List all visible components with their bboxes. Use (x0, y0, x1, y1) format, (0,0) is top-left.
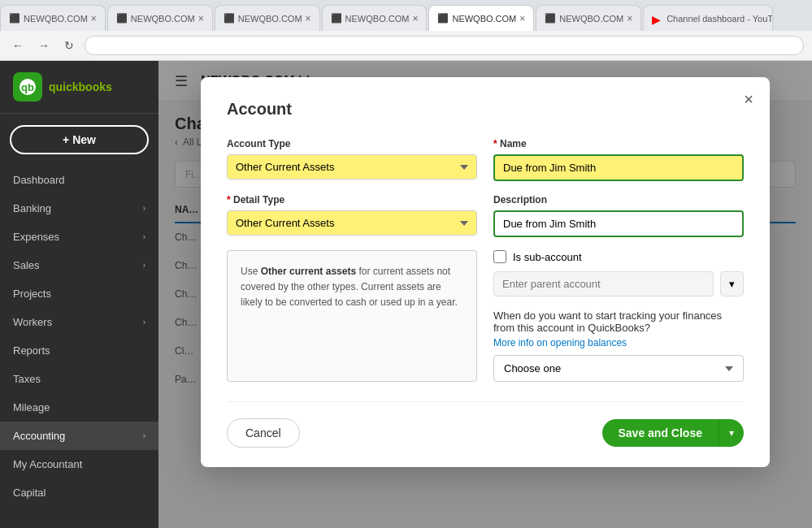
reload-button[interactable]: ↻ (60, 37, 78, 54)
new-button[interactable]: + New (10, 125, 149, 154)
browser-tab-2[interactable]: ⬛ NEWQBO.COM × (107, 5, 213, 31)
address-bar: ← → ↻ c31.qbo.intuit.com/app/chartofacco… (0, 31, 812, 61)
tracking-select[interactable]: Choose one (493, 355, 744, 382)
browser-tab-6[interactable]: ⬛ NEWQBO.COM × (536, 5, 641, 31)
detail-type-group: * Detail Type Other Current Assets (227, 194, 477, 237)
modal-footer: Cancel Save and Close ▾ (227, 401, 744, 448)
sidebar-item-reports[interactable]: Reports (0, 336, 158, 365)
tab-close-icon[interactable]: × (91, 13, 97, 24)
save-dropdown-arrow-button[interactable]: ▾ (719, 419, 744, 447)
sidebar: qb quickbooks + New Dashboard Banking › … (0, 61, 158, 528)
subaccount-checkbox[interactable] (493, 250, 506, 263)
account-type-group: Account Type Other Current Assets (227, 138, 477, 181)
sidebar-item-taxes[interactable]: Taxes (0, 365, 158, 393)
info-text-bold: Other current assets (261, 266, 356, 277)
save-button-group: Save and Close ▾ (602, 419, 745, 447)
description-group: Description (493, 194, 744, 237)
tab-close-icon[interactable]: × (627, 13, 632, 24)
tab-label: NEWQBO.COM (24, 14, 88, 24)
qb-favicon-icon: ⬛ (331, 13, 342, 24)
form-row-1: Account Type Other Current Assets * Name (227, 138, 744, 181)
account-type-info-box: Use Other current assets for current ass… (227, 250, 477, 382)
sidebar-item-label: My Accountant (13, 458, 82, 470)
chevron-right-icon: › (143, 318, 145, 327)
qb-favicon-icon: ⬛ (116, 13, 128, 24)
back-button[interactable]: ← (8, 37, 28, 54)
svg-text:qb: qb (21, 81, 34, 93)
forward-button[interactable]: → (34, 37, 54, 54)
detail-type-select[interactable]: Other Current Assets (227, 210, 477, 236)
account-modal: Account × Account Type Other Current Ass… (201, 77, 770, 467)
tab-bar: ⬛ NEWQBO.COM × ⬛ NEWQBO.COM × ⬛ NEWQBO.C… (0, 0, 812, 31)
browser-tab-5[interactable]: ⬛ NEWQBO.COM × (428, 5, 534, 31)
detail-type-label: * Detail Type (227, 194, 477, 206)
chevron-right-icon: › (143, 232, 145, 241)
modal-close-button[interactable]: × (744, 90, 753, 109)
quickbooks-logo-icon: qb (13, 72, 42, 102)
tab-label: NEWQBO.COM (131, 14, 195, 24)
sidebar-item-label: Capital (13, 487, 46, 499)
browser-tab-7[interactable]: ▶ Channel dashboard - YouT… × (643, 5, 773, 31)
sidebar-item-accounting[interactable]: Accounting › (0, 422, 158, 450)
modal-title: Account (227, 100, 744, 119)
chevron-right-icon: › (143, 204, 145, 213)
browser-tab-1[interactable]: ⬛ NEWQBO.COM × (0, 5, 106, 31)
sidebar-item-label: Reports (13, 344, 50, 357)
sidebar-item-workers[interactable]: Workers › (0, 308, 158, 336)
tab-label: NEWQBO.COM (345, 14, 410, 24)
tab-close-icon[interactable]: × (198, 13, 204, 24)
app-logo-text: quickbooks (49, 80, 112, 93)
description-input[interactable] (493, 210, 744, 237)
sidebar-item-capital[interactable]: Capital (0, 478, 158, 507)
browser-tab-3[interactable]: ⬛ NEWQBO.COM × (215, 5, 320, 31)
parent-account-dropdown-button[interactable]: ▾ (720, 271, 744, 296)
sidebar-item-banking[interactable]: Banking › (0, 194, 158, 223)
form-row-2: * Detail Type Other Current Assets Descr… (227, 194, 744, 237)
chevron-right-icon: › (143, 431, 145, 440)
tab-close-icon[interactable]: × (306, 13, 311, 24)
parent-account-input[interactable] (493, 271, 714, 296)
modal-overlay: Account × Account Type Other Current Ass… (158, 61, 812, 528)
sidebar-item-expenses[interactable]: Expenses › (0, 223, 158, 251)
sidebar-item-label: Banking (13, 202, 51, 214)
subaccount-row: Is sub-account (493, 250, 744, 263)
sidebar-item-label: Dashboard (13, 174, 65, 186)
sidebar-item-label: Mileage (13, 401, 50, 413)
sidebar-item-label: Sales (13, 259, 40, 271)
sidebar-item-sales[interactable]: Sales › (0, 251, 158, 279)
address-input[interactable]: c31.qbo.intuit.com/app/chartofaccounts (85, 36, 804, 55)
qb-favicon-icon: ⬛ (545, 13, 556, 24)
parent-account-row: ▾ (493, 271, 744, 296)
account-type-select[interactable]: Other Current Assets (227, 154, 477, 180)
required-asterisk: * (493, 138, 500, 149)
qb-favicon-icon: ⬛ (224, 13, 235, 24)
qb-favicon-icon: ⬛ (437, 13, 449, 24)
sidebar-item-label: Accounting (13, 430, 65, 442)
name-input[interactable] (493, 154, 744, 181)
sidebar-item-projects[interactable]: Projects (0, 279, 158, 308)
info-text-plain: Use (241, 266, 261, 277)
sidebar-logo: qb quickbooks (0, 61, 158, 114)
sidebar-item-mileage[interactable]: Mileage (0, 393, 158, 422)
sidebar-item-label: Workers (13, 316, 52, 328)
save-and-close-button[interactable]: Save and Close (602, 419, 719, 447)
tracking-section: When do you want to start tracking your … (493, 309, 744, 382)
tracking-question: When do you want to start tracking your … (493, 309, 744, 334)
tracking-info-link[interactable]: More info on opening balances (493, 337, 744, 348)
tab-close-icon[interactable]: × (519, 13, 525, 24)
name-group: * Name (493, 138, 744, 181)
sidebar-item-label: Taxes (13, 373, 41, 385)
chevron-right-icon: › (143, 261, 145, 270)
tab-label: NEWQBO.COM (452, 14, 516, 24)
tab-label: Channel dashboard - YouT… (667, 14, 773, 24)
sidebar-item-dashboard[interactable]: Dashboard (0, 166, 158, 194)
required-asterisk: * (227, 194, 233, 206)
tab-close-icon[interactable]: × (412, 13, 418, 24)
qb-favicon-icon: ⬛ (9, 13, 20, 24)
tab-label: NEWQBO.COM (238, 14, 302, 24)
form-row-3: Use Other current assets for current ass… (227, 250, 744, 382)
cancel-button[interactable]: Cancel (227, 418, 300, 448)
browser-tab-4[interactable]: ⬛ NEWQBO.COM × (322, 5, 428, 31)
sidebar-item-label: Projects (13, 288, 51, 300)
sidebar-item-my-accountant[interactable]: My Accountant (0, 450, 158, 478)
